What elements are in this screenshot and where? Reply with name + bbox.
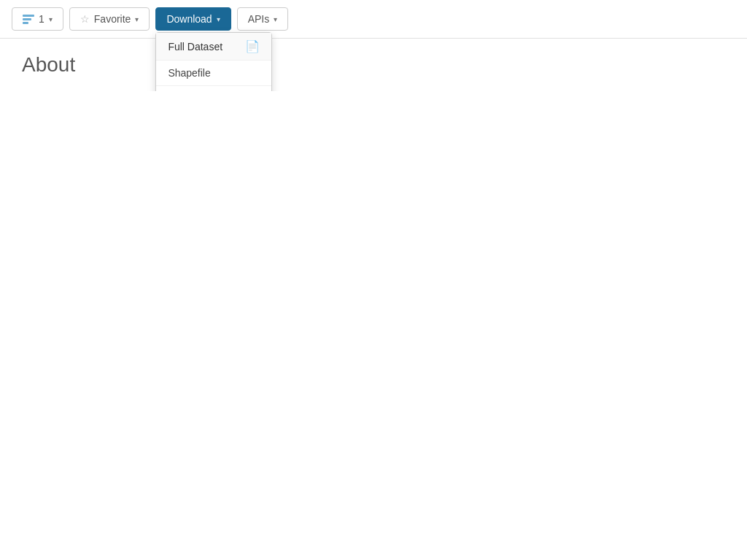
star-icon: ☆	[80, 13, 90, 25]
dropdown-item-full-dataset-label: Full Dataset	[168, 41, 222, 52]
apis-label: APIs	[248, 13, 270, 25]
favorite-caret-icon: ▾	[135, 15, 139, 23]
download-caret-icon: ▾	[217, 15, 220, 23]
download-dropdown-container: Download ▾ Full Dataset 📄 Shapefile Spre…	[155, 7, 231, 31]
apis-button[interactable]: APIs ▾	[237, 7, 289, 31]
layers-button[interactable]: 1 ▾	[12, 7, 63, 31]
dropdown-item-shapefile[interactable]: Shapefile	[156, 61, 271, 86]
download-dropdown-menu: Full Dataset 📄 Shapefile Spreadsheet KML…	[155, 32, 272, 91]
apis-caret-icon: ▾	[274, 15, 277, 23]
layers-caret-icon: ▾	[49, 15, 53, 23]
page-content: About	[0, 39, 747, 91]
layers-icon	[23, 15, 34, 24]
toolbar: 1 ▾ ☆ Favorite ▾ Download ▾ Full Dataset…	[0, 0, 747, 39]
favorite-label: Favorite	[94, 13, 131, 25]
dropdown-item-spreadsheet[interactable]: Spreadsheet	[156, 86, 271, 91]
favorite-button[interactable]: ☆ Favorite ▾	[69, 7, 150, 31]
layers-count: 1	[39, 13, 44, 25]
about-title: About	[22, 53, 725, 77]
download-label: Download	[166, 13, 212, 25]
dropdown-item-full-dataset[interactable]: Full Dataset 📄	[156, 33, 271, 61]
download-button[interactable]: Download ▾	[155, 7, 231, 31]
file-icon: 📄	[245, 39, 260, 53]
dropdown-item-shapefile-label: Shapefile	[168, 67, 210, 79]
